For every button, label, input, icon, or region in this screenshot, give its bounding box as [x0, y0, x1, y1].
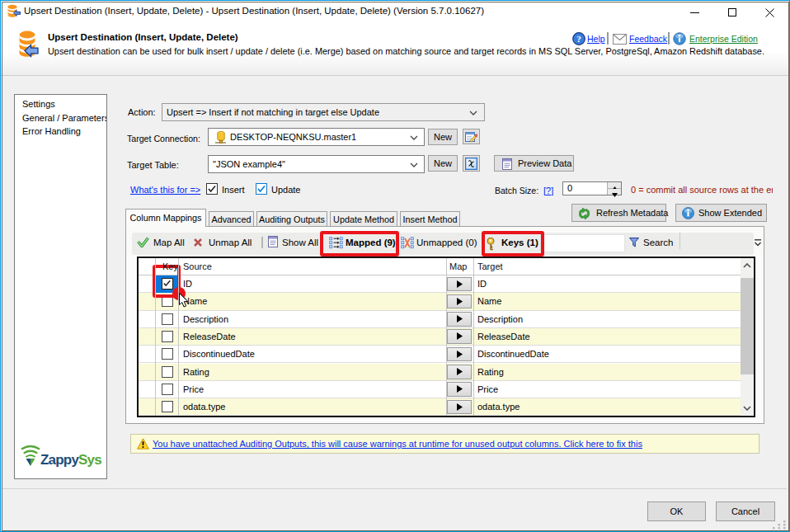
svg-text:?: ? [576, 34, 581, 44]
svg-text:ZappySys: ZappySys [40, 452, 101, 468]
